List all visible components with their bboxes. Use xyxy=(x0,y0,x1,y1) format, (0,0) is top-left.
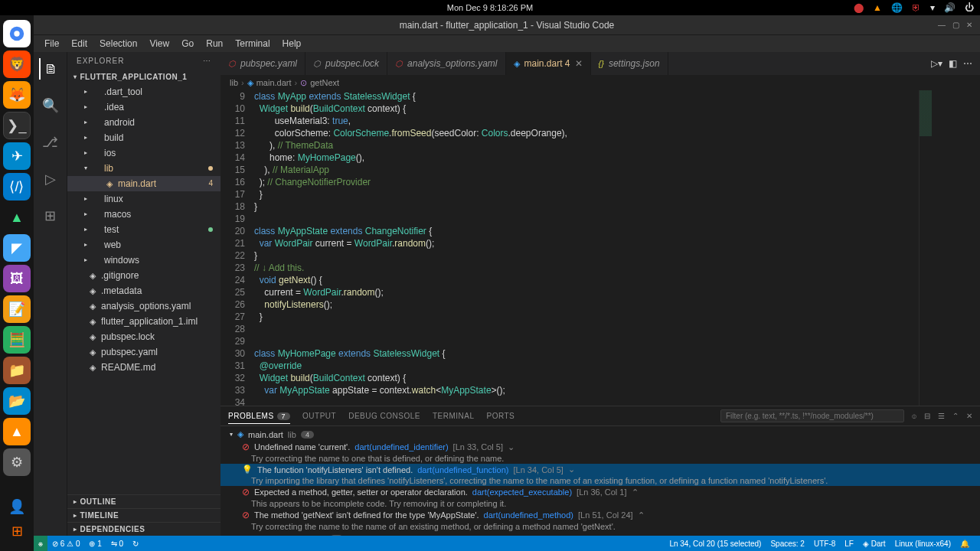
status-language[interactable]: ◈ Dart xyxy=(858,540,890,548)
outline-section[interactable]: ▸OUTLINE xyxy=(67,494,220,508)
dock-text-editor[interactable]: 📝 xyxy=(3,295,31,323)
minimize-button[interactable]: — xyxy=(936,20,948,31)
status-ports[interactable]: ⇋ 0 xyxy=(106,540,128,548)
status-encoding[interactable]: UTF-8 xyxy=(809,540,840,548)
close-panel-icon[interactable]: ✕ xyxy=(966,412,972,420)
tab-analysis-options-yaml[interactable]: ⬡analysis_options.yaml xyxy=(387,52,505,75)
tree-build[interactable]: ▸ build xyxy=(67,130,220,145)
tree-android[interactable]: ▸ android xyxy=(67,115,220,130)
activity-search[interactable]: 🔍 xyxy=(40,95,61,116)
dependencies-section[interactable]: ▸DEPENDENCIES xyxy=(67,522,220,536)
chrome-tray-icon[interactable]: 🌐 xyxy=(891,2,903,13)
screen-record-icon[interactable]: ⬤ xyxy=(854,2,864,13)
maximize-panel-icon[interactable]: ⌃ xyxy=(952,412,959,420)
tree-test[interactable]: ▸ test xyxy=(67,222,220,237)
tab-main-dart-4[interactable]: ◈main.dart 4✕ xyxy=(506,52,591,75)
status-remote[interactable]: ⎈ xyxy=(34,536,47,551)
dock-vscode[interactable]: ⟨/⟩ xyxy=(3,173,31,201)
problem-file-1[interactable]: ▾◈ main.dart lib 4 xyxy=(220,428,980,441)
tab-pubspec-yaml[interactable]: ⬡pubspec.yaml xyxy=(220,52,305,75)
breadcrumb[interactable]: lib› ◈main.dart› ⊙getNext xyxy=(220,75,980,90)
status-os[interactable]: Linux (linux-x64) xyxy=(890,540,956,548)
dock-calculator[interactable]: 🧮 xyxy=(3,326,31,354)
problem-1[interactable]: ⊘ Undefined name 'current'. dart(undefin… xyxy=(220,441,980,453)
tree--dart-tool[interactable]: ▸ .dart_tool xyxy=(67,84,220,99)
tree--metadata[interactable]: ◈ .metadata xyxy=(67,283,220,298)
tree--gitignore[interactable]: ◈ .gitignore xyxy=(67,268,220,283)
status-debug[interactable]: ↻ xyxy=(128,540,143,548)
network-icon[interactable]: ▾ xyxy=(930,2,935,13)
menu-help[interactable]: Help xyxy=(276,37,308,51)
run-dropdown-icon[interactable]: ▷▾ xyxy=(931,58,942,69)
menu-run[interactable]: Run xyxy=(200,37,229,51)
status-errors[interactable]: ⊘ 6 ⚠ 0 xyxy=(47,540,84,548)
status-bell[interactable]: 🔔 xyxy=(956,540,974,548)
activity-debug[interactable]: ▷ xyxy=(40,168,61,190)
more-actions-icon[interactable]: ⋯ xyxy=(963,58,972,69)
sidebar-more-icon[interactable]: ⋯ xyxy=(203,57,211,65)
dock-settings[interactable]: ⚙ xyxy=(3,448,31,476)
status-spaces[interactable]: Spaces: 2 xyxy=(766,540,808,548)
panel-tab-debug[interactable]: DEBUG CONSOLE xyxy=(348,409,420,423)
panel-tab-terminal[interactable]: TERMINAL xyxy=(433,409,475,423)
dock-files[interactable]: 📁 xyxy=(3,357,31,384)
dock-user-icon[interactable]: 👤 xyxy=(3,493,31,520)
power-icon[interactable]: ⏻ xyxy=(965,2,974,13)
menu-edit[interactable]: Edit xyxy=(65,37,93,51)
dock-chrome[interactable] xyxy=(3,20,31,47)
tree-main-dart[interactable]: ◈ main.dart4 xyxy=(67,176,220,191)
dock-terminal[interactable]: ❯_ xyxy=(3,112,31,139)
tab-pubspec-lock[interactable]: ⬡pubspec.lock xyxy=(305,52,387,75)
activity-scm[interactable]: ⎇ xyxy=(40,132,61,153)
collapse-icon[interactable]: ⊟ xyxy=(924,412,930,420)
dock-brave[interactable]: 🦁 xyxy=(3,51,31,78)
tree-linux[interactable]: ▸ linux xyxy=(67,191,220,207)
tab-close-icon[interactable]: ✕ xyxy=(575,58,583,69)
tree-windows[interactable]: ▸ windows xyxy=(67,253,220,268)
dock-show-apps[interactable]: ⊞ xyxy=(3,517,31,545)
panel-filter-input[interactable] xyxy=(720,409,904,422)
volume-icon[interactable]: 🔊 xyxy=(944,2,956,13)
shield-icon[interactable]: ⛨ xyxy=(912,2,921,13)
tree-flutter-application-1-iml[interactable]: ◈ flutter_application_1.iml xyxy=(67,314,220,329)
problem-3[interactable]: ⊘ Expected a method, getter, setter or o… xyxy=(220,486,980,498)
panel-tab-output[interactable]: OUTPUT xyxy=(302,409,336,423)
tree--idea[interactable]: ▸ .idea xyxy=(67,99,220,115)
tree-pubspec-lock[interactable]: ◈ pubspec.lock xyxy=(67,329,220,344)
split-editor-icon[interactable]: ◧ xyxy=(949,58,957,69)
tree-lib[interactable]: ▾ lib xyxy=(67,161,220,176)
problem-2[interactable]: 💡 The function 'notifyListeners' isn't d… xyxy=(220,464,980,475)
dock-telegram[interactable]: ✈ xyxy=(3,142,31,170)
problem-file-2[interactable]: ▸◈ widget_test.dart test 3 xyxy=(220,532,980,536)
tree-web[interactable]: ▸ web xyxy=(67,237,220,253)
panel-tab-problems[interactable]: PROBLEMS7 xyxy=(228,409,290,424)
tree-ios[interactable]: ▸ ios xyxy=(67,145,220,161)
dock-flutter[interactable]: ◤ xyxy=(3,234,31,262)
code-editor[interactable]: class MyApp extends StatelessWidget { Wi… xyxy=(254,90,980,406)
dock-image-viewer[interactable]: 🖼 xyxy=(3,265,31,292)
problem-4[interactable]: ⊘ The method 'getNext' isn't defined for… xyxy=(220,509,980,521)
filter-icon[interactable]: ⌽ xyxy=(912,412,916,420)
status-lncol[interactable]: Ln 34, Col 20 (15 selected) xyxy=(665,540,766,548)
timeline-section[interactable]: ▸TIMELINE xyxy=(67,508,220,522)
dock-vlc[interactable]: ▲ xyxy=(3,418,31,445)
menu-selection[interactable]: Selection xyxy=(93,37,143,51)
tree-analysis-options-yaml[interactable]: ◈ analysis_options.yaml xyxy=(67,298,220,314)
tab-settings-json[interactable]: {}settings.json xyxy=(591,52,668,75)
warning-icon[interactable]: ▲ xyxy=(873,2,882,13)
tree-macos[interactable]: ▸ macos xyxy=(67,207,220,222)
line-gutter[interactable]: 9101112131415161718192021222324252627282… xyxy=(220,90,254,406)
dock-firefox[interactable]: 🦊 xyxy=(3,81,31,109)
dock-folder2[interactable]: 📂 xyxy=(3,387,31,415)
activity-explorer[interactable]: 🗎 xyxy=(39,58,60,80)
status-eol[interactable]: LF xyxy=(840,540,858,548)
menu-view[interactable]: View xyxy=(143,37,175,51)
list-icon[interactable]: ☰ xyxy=(938,412,945,420)
dock-android-studio[interactable]: ▲ xyxy=(3,204,31,231)
close-button[interactable]: ✕ xyxy=(963,20,975,31)
menu-go[interactable]: Go xyxy=(175,37,200,51)
activity-extensions[interactable]: ⊞ xyxy=(40,205,61,227)
panel-tab-ports[interactable]: PORTS xyxy=(487,409,515,423)
tree-README-md[interactable]: ◈ README.md xyxy=(67,360,220,375)
menu-file[interactable]: File xyxy=(38,37,65,51)
